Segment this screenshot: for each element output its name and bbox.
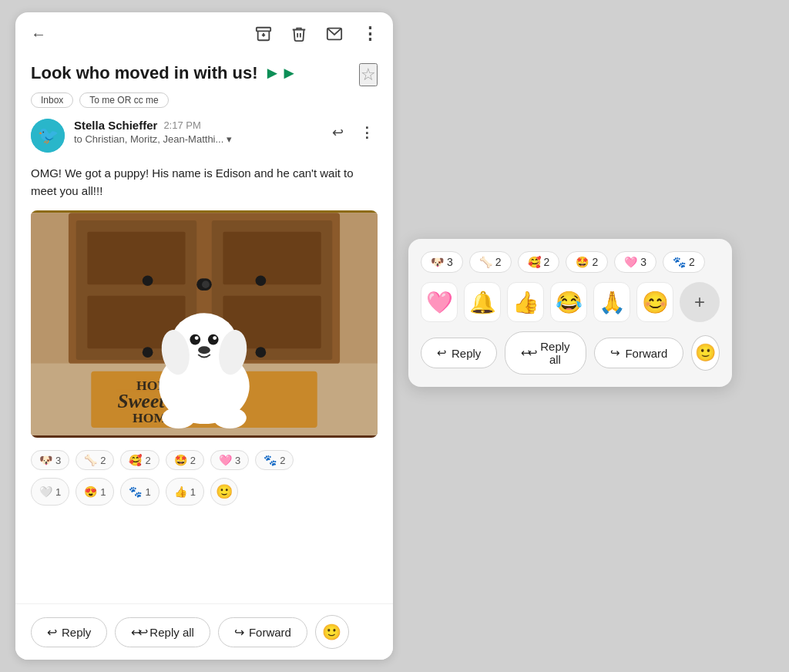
reaction-white-heart-emoji: 🤍 — [39, 486, 52, 498]
more-button[interactable]: ⋮ — [359, 23, 381, 45]
reaction-paw[interactable]: 🐾 2 — [255, 450, 294, 470]
reaction-dog-count: 3 — [55, 455, 61, 466]
popup-emoji-thumbsup[interactable]: 👍 — [507, 282, 544, 322]
add-reaction-button[interactable]: 🙂 — [210, 478, 238, 506]
back-icon: ← — [31, 25, 46, 43]
svg-point-33 — [213, 336, 217, 340]
sender-to: to Christian, Moritz, Jean-Matthi... ▾ — [74, 133, 317, 145]
sender-more-button[interactable]: ⋮ — [356, 122, 378, 143]
reply-label: Reply — [62, 626, 91, 639]
reaction-heart-eyes[interactable]: 😍 1 — [76, 478, 114, 506]
popup-heart-emoji: 🩷 — [624, 256, 637, 268]
reaction-paw2-count: 1 — [145, 486, 150, 498]
popup-emoji-circle-button[interactable]: 🙂 — [691, 335, 720, 371]
email-panel: ← — [15, 12, 393, 660]
reaction-starstruck[interactable]: 🤩 2 — [166, 450, 204, 470]
reactions-row-2: 🤍 1 😍 1 🐾 1 👍 1 🙂 — [31, 478, 378, 506]
double-arrow-icon: ►► — [264, 63, 298, 83]
action-bar: ↩ Reply ↩↩ Reply all ↪ Forward 🙂 — [15, 603, 393, 660]
mail-icon — [326, 25, 343, 42]
email-subject: Look who moved in with us! ►► — [31, 63, 353, 83]
send-time: 2:17 PM — [163, 119, 200, 131]
reaction-heart[interactable]: 🩷 3 — [210, 450, 249, 470]
popup-emoji-bell[interactable]: 🔔 — [464, 282, 501, 322]
sender-name-row: Stella Schieffer 2:17 PM — [74, 119, 317, 132]
svg-point-20 — [256, 347, 267, 358]
star-button[interactable]: ☆ — [359, 63, 378, 86]
reactions-row-1: 🐶 3 🦴 2 🥰 2 🤩 2 🩷 3 🐾 2 — [31, 450, 378, 470]
reaction-paw-count: 2 — [280, 455, 285, 466]
popup-action-bar: ↩ Reply ↩↩ Reply all ↪ Forward 🙂 — [421, 331, 720, 375]
reaction-paw2[interactable]: 🐾 1 — [120, 478, 159, 506]
delete-button[interactable] — [288, 23, 310, 45]
reaction-love[interactable]: 🥰 2 — [120, 450, 159, 470]
popup-reaction-dog[interactable]: 🐶 3 — [421, 251, 463, 273]
popup-emoji-laughing[interactable]: 😂 — [550, 282, 587, 322]
trash-icon — [290, 25, 307, 42]
reaction-heart-eyes-emoji: 😍 — [84, 486, 97, 498]
forward-button[interactable]: ↪ Forward — [218, 617, 307, 647]
reaction-dog[interactable]: 🐶 3 — [31, 450, 69, 470]
popup-reaction-bone[interactable]: 🦴 2 — [469, 251, 512, 273]
reaction-heart-eyes-count: 1 — [100, 486, 106, 498]
popup-forward-icon: ↪ — [610, 346, 620, 360]
cc-label[interactable]: To me OR cc me — [79, 92, 168, 108]
popup-forward-button[interactable]: ↪ Forward — [594, 338, 683, 368]
emoji-button[interactable]: 🙂 — [315, 615, 349, 649]
reaction-starstruck-emoji: 🤩 — [174, 454, 187, 466]
emoji-button-icon: 🙂 — [322, 623, 341, 641]
reaction-thumbsup[interactable]: 👍 1 — [166, 478, 204, 506]
popup-reply-button[interactable]: ↩ Reply — [421, 338, 497, 368]
svg-point-19 — [143, 347, 153, 358]
more-icon: ⋮ — [361, 24, 378, 44]
svg-point-36 — [213, 408, 247, 428]
popup-reaction-love[interactable]: 🥰 2 — [518, 251, 560, 273]
back-button[interactable]: ← — [28, 23, 49, 45]
popup-emoji-pray[interactable]: 🙏 — [593, 282, 630, 322]
subject-text: Look who moved in with us! — [31, 63, 258, 83]
popup-reply-icon: ↩ — [437, 346, 447, 360]
reply-sender-button[interactable]: ↩ — [327, 122, 348, 143]
sender-info: Stella Schieffer 2:17 PM to Christian, M… — [74, 119, 317, 145]
forward-arrow-icon: ↪ — [234, 625, 244, 640]
popup-emoji-pink-heart[interactable]: 🩷 — [421, 282, 458, 322]
archive-button[interactable] — [253, 23, 274, 45]
popup-emoji-smile[interactable]: 😊 — [636, 282, 673, 322]
popup-add-emoji-button[interactable]: + — [680, 282, 720, 322]
sender-more-icon: ⋮ — [360, 124, 374, 141]
reaction-love-emoji: 🥰 — [129, 454, 142, 466]
popup-bone-emoji: 🦴 — [479, 256, 492, 268]
archive-icon — [255, 25, 272, 42]
popup-paw-count: 2 — [689, 256, 695, 268]
popup-reaction-heart[interactable]: 🩷 3 — [614, 251, 656, 273]
reply-button[interactable]: ↩ Reply — [31, 617, 107, 647]
popup-reactions-row: 🐶 3 🦴 2 🥰 2 🤩 2 🩷 3 🐾 2 — [421, 251, 720, 273]
top-bar-right: ⋮ — [253, 23, 381, 45]
reaction-white-heart[interactable]: 🤍 1 — [31, 478, 69, 506]
inbox-label[interactable]: Inbox — [31, 92, 73, 108]
svg-point-18 — [256, 275, 267, 286]
reaction-paw-emoji: 🐾 — [264, 454, 277, 466]
chevron-down-icon[interactable]: ▾ — [227, 133, 232, 145]
popup-reply-all-label: Reply all — [539, 340, 570, 366]
popup-reply-label: Reply — [452, 347, 481, 360]
reaction-white-heart-count: 1 — [55, 486, 61, 498]
popup-dog-emoji: 🐶 — [431, 256, 444, 268]
svg-point-16 — [202, 281, 210, 288]
email-content: Look who moved in with us! ►► ☆ Inbox To… — [15, 55, 393, 603]
emoji-face-icon: 🙂 — [216, 483, 233, 500]
svg-text:🐦: 🐦 — [38, 125, 59, 146]
popup-love-count: 2 — [544, 256, 550, 268]
label-button[interactable] — [324, 23, 345, 45]
svg-point-17 — [143, 275, 153, 286]
subject-row: Look who moved in with us! ►► ☆ — [31, 63, 378, 86]
popup-reaction-starstruck[interactable]: 🤩 2 — [566, 251, 608, 273]
popup-reply-all-button[interactable]: ↩↩ Reply all — [505, 331, 586, 375]
popup-panel: 🐶 3 🦴 2 🥰 2 🤩 2 🩷 3 🐾 2 🩷 🔔 👍 😂 🙏 — [408, 239, 732, 387]
popup-reaction-paw[interactable]: 🐾 2 — [663, 251, 705, 273]
svg-rect-12 — [223, 232, 321, 284]
svg-point-34 — [198, 346, 210, 354]
reaction-dog-emoji: 🐶 — [39, 454, 52, 466]
reaction-bone[interactable]: 🦴 2 — [76, 450, 114, 470]
reply-all-button[interactable]: ↩↩ Reply all — [115, 617, 210, 647]
